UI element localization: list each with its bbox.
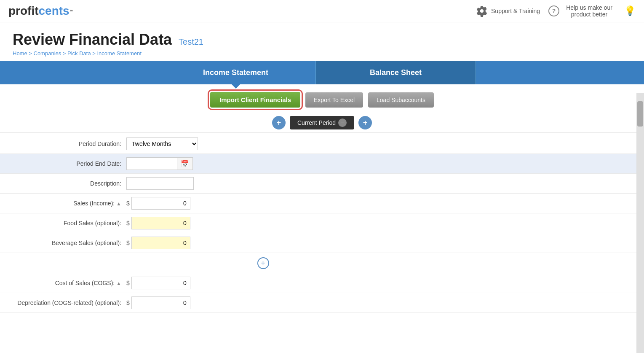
period-end-date-label: Period End Date: bbox=[0, 160, 126, 167]
lightbulb-icon[interactable]: 💡 bbox=[624, 5, 636, 16]
description-label: Description: bbox=[0, 180, 126, 187]
page-title: Review Financial Data bbox=[13, 31, 172, 48]
period-duration-label: Period Duration: bbox=[0, 140, 126, 147]
food-sales-input[interactable] bbox=[131, 217, 190, 229]
logo: profitcents™ bbox=[8, 4, 74, 18]
sales-income-input[interactable] bbox=[131, 197, 190, 210]
sales-income-label: Sales (Income): ▲ bbox=[0, 200, 126, 207]
period-end-date-row: Period End Date: 📅 bbox=[0, 154, 644, 174]
food-sales-input-group: $ bbox=[126, 217, 190, 229]
depreciation-cogs-label: Depreciation (COGS-related) (optional): bbox=[0, 299, 126, 306]
page-subtitle: Test21 bbox=[179, 37, 203, 46]
add-subfield-button[interactable]: + bbox=[257, 257, 269, 269]
load-subaccounts-button[interactable]: Load Subaccounts bbox=[368, 92, 434, 108]
depreciation-cogs-input-group: $ bbox=[126, 296, 190, 309]
add-period-right-button[interactable]: + bbox=[358, 116, 372, 129]
cost-of-sales-input[interactable] bbox=[131, 277, 190, 289]
tab-spacer bbox=[0, 61, 156, 84]
depreciation-cogs-input[interactable] bbox=[131, 296, 190, 309]
sales-income-arrow-icon: ▲ bbox=[116, 201, 121, 207]
export-to-excel-button[interactable]: Export To Excel bbox=[305, 92, 363, 108]
scrollbar[interactable] bbox=[636, 93, 644, 313]
cost-of-sales-input-group: $ bbox=[126, 277, 190, 289]
period-end-date-input-group: 📅 bbox=[126, 157, 193, 170]
gear-icon bbox=[476, 5, 488, 17]
description-input[interactable] bbox=[126, 177, 194, 190]
cost-of-sales-row: Cost of Sales (COGS): ▲ $ bbox=[0, 273, 644, 293]
logo-profit-text: profit bbox=[8, 4, 39, 18]
scroll-thumb[interactable] bbox=[637, 101, 643, 127]
cost-of-sales-label: Cost of Sales (COGS): ▲ bbox=[0, 280, 126, 286]
add-subfield-area: + bbox=[0, 253, 644, 273]
page-title-row: Review Financial Data Test21 bbox=[13, 31, 631, 49]
add-period-left-button[interactable]: + bbox=[272, 116, 286, 129]
description-row: Description: bbox=[0, 174, 644, 194]
form-area: Period Duration: Twelve Months Six Month… bbox=[0, 132, 644, 313]
period-row: + Current Period − + bbox=[0, 112, 644, 132]
sales-income-row: Sales (Income): ▲ $ bbox=[0, 194, 644, 213]
period-duration-select[interactable]: Twelve Months Six Months Three Months On… bbox=[126, 137, 198, 150]
remove-period-button[interactable]: − bbox=[338, 119, 347, 127]
breadcrumb[interactable]: Home > Companies > Pick Data > Income St… bbox=[13, 50, 631, 57]
page-header: Review Financial Data Test21 Home > Comp… bbox=[0, 22, 644, 61]
import-client-financials-button[interactable]: Import Client Financials bbox=[210, 92, 300, 108]
top-right-area: Support & Training ? Help us make our pr… bbox=[476, 4, 636, 18]
period-duration-input-group: Twelve Months Six Months Three Months On… bbox=[126, 137, 198, 150]
top-bar: profitcents™ Support & Training ? Help u… bbox=[0, 0, 644, 22]
beverage-sales-input-group: $ bbox=[126, 237, 190, 249]
tab-bar: Income Statement Balance Sheet bbox=[0, 61, 644, 84]
food-sales-row: Food Sales (optional): $ bbox=[0, 213, 644, 233]
beverage-sales-input[interactable] bbox=[131, 237, 190, 249]
toolbar: Import Client Financials Export To Excel… bbox=[0, 84, 644, 112]
logo-cents-text: cents bbox=[39, 4, 69, 18]
support-training-link[interactable]: Support & Training bbox=[476, 5, 540, 17]
period-duration-row: Period Duration: Twelve Months Six Month… bbox=[0, 134, 644, 154]
sales-income-input-group: $ bbox=[126, 197, 190, 210]
beverage-sales-row: Beverage Sales (optional): $ bbox=[0, 233, 644, 253]
help-link[interactable]: ? Help us make our product better bbox=[548, 4, 616, 18]
depreciation-cogs-row: Depreciation (COGS-related) (optional): … bbox=[0, 293, 644, 313]
food-sales-label: Food Sales (optional): bbox=[0, 220, 126, 226]
beverage-sales-label: Beverage Sales (optional): bbox=[0, 240, 126, 246]
help-label: Help us make our product better bbox=[563, 4, 616, 18]
period-end-date-input[interactable] bbox=[126, 157, 177, 170]
end-date-group: 📅 bbox=[126, 157, 193, 170]
logo-trademark: ™ bbox=[69, 9, 74, 13]
tab-balance-sheet[interactable]: Balance Sheet bbox=[316, 61, 476, 84]
support-training-label: Support & Training bbox=[491, 8, 540, 14]
question-icon: ? bbox=[548, 5, 559, 16]
calendar-icon[interactable]: 📅 bbox=[177, 157, 193, 170]
tab-income-statement[interactable]: Income Statement bbox=[156, 61, 316, 84]
cogs-arrow-icon: ▲ bbox=[116, 280, 121, 286]
description-input-group bbox=[126, 177, 194, 190]
current-period-label: Current Period − bbox=[290, 116, 354, 129]
